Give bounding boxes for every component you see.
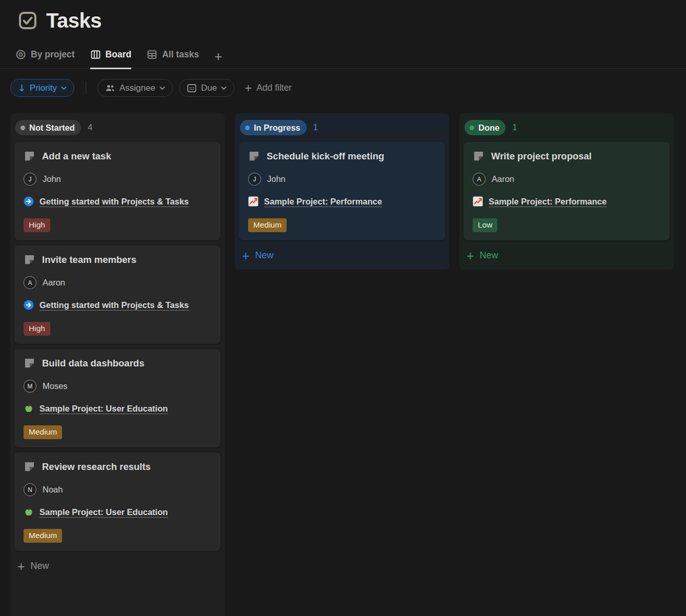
page-title: Tasks: [46, 8, 102, 33]
add-view-button[interactable]: +: [214, 51, 222, 69]
filter-due-button[interactable]: Due: [179, 79, 234, 97]
task-title: Invite team members: [42, 254, 136, 265]
sort-priority-button[interactable]: ↓ Priority: [10, 79, 74, 97]
tab-all-tasks[interactable]: All tasks: [147, 49, 199, 69]
priority-tag: Medium: [24, 529, 62, 543]
chart-increasing-icon: [248, 196, 258, 207]
status-label: Done: [478, 123, 499, 133]
avatar: J: [24, 173, 36, 186]
task-title: Schedule kick-off meeting: [267, 151, 384, 162]
task-card[interactable]: Build data dashboards M Moses Sample Pro…: [14, 349, 220, 447]
project-property: Sample Project: User Education: [24, 507, 211, 517]
project-link[interactable]: Sample Project: Performance: [264, 197, 382, 207]
project-link[interactable]: Getting started with Projects & Tasks: [39, 300, 189, 310]
status-label: Not Started: [29, 123, 75, 133]
project-property: Sample Project: Performance: [473, 196, 660, 207]
project-property: Sample Project: Performance: [248, 196, 436, 207]
assignee-name: Aaron: [492, 174, 514, 184]
tab-label: All tasks: [162, 49, 199, 60]
new-card-button[interactable]: + New: [239, 245, 445, 265]
avatar: M: [24, 380, 36, 393]
project-link[interactable]: Sample Project: User Education: [39, 404, 168, 414]
new-card-label: New: [255, 250, 274, 261]
page-icon: [473, 150, 485, 162]
status-dot-icon: [245, 126, 250, 130]
tab-label: Board: [106, 49, 132, 60]
assignee-property: A Aaron: [473, 173, 660, 186]
page-icon: [248, 150, 260, 162]
project-link[interactable]: Sample Project: User Education: [39, 507, 168, 517]
chevron-down-icon: [221, 86, 227, 90]
project-link[interactable]: Getting started with Projects & Tasks: [39, 197, 189, 207]
page-header: Tasks: [0, 0, 686, 33]
priority-tag: High: [24, 322, 50, 336]
checkbox-page-icon: [17, 10, 38, 31]
avatar: A: [473, 173, 486, 186]
plus-icon: +: [214, 51, 222, 61]
priority-tag: Low: [473, 218, 497, 232]
tab-by-project[interactable]: By project: [15, 49, 75, 69]
page-icon: [24, 150, 35, 162]
avatar: N: [24, 483, 36, 496]
plus-icon: +: [242, 251, 250, 261]
filter-label: Due: [201, 83, 217, 93]
chevron-down-icon: [159, 86, 165, 90]
chevron-down-icon: [61, 86, 67, 90]
assignee-name: Aaron: [43, 278, 65, 288]
task-title: Build data dashboards: [42, 358, 144, 369]
add-filter-label: Add filter: [256, 83, 292, 93]
assignee-name: John: [43, 174, 61, 184]
assignee-property: J John: [24, 173, 211, 186]
green-apple-icon: [24, 507, 34, 517]
avatar: J: [248, 173, 261, 186]
new-card-label: New: [31, 561, 49, 571]
add-filter-button[interactable]: + Add filter: [245, 83, 292, 93]
status-pill-in-progress[interactable]: In Progress: [240, 120, 307, 135]
column-not-started: Not Started 4 Add a new task J John Gett…: [10, 113, 225, 616]
project-link[interactable]: Sample Project: Performance: [489, 197, 607, 207]
assignee-property: N Noah: [24, 483, 211, 496]
arrow-circle-icon: [24, 300, 34, 310]
new-card-label: New: [480, 250, 498, 261]
new-card-button[interactable]: + New: [463, 245, 670, 265]
new-card-button[interactable]: + New: [14, 556, 220, 576]
column-count: 1: [313, 122, 318, 133]
people-icon: [105, 83, 115, 93]
priority-tag: Medium: [24, 425, 62, 439]
priority-tag: Medium: [248, 218, 287, 232]
status-pill-done[interactable]: Done: [465, 120, 506, 135]
priority-tag: High: [24, 218, 50, 232]
column-done: Done 1 Write project proposal A Aaron Sa…: [459, 113, 674, 270]
assignee-name: Moses: [43, 381, 68, 391]
page-icon: [24, 254, 35, 265]
calendar-icon: [187, 83, 197, 93]
project-property: Sample Project: User Education: [24, 403, 211, 414]
assignee-property: J John: [248, 173, 436, 186]
task-card[interactable]: Add a new task J John Getting started wi…: [14, 142, 220, 240]
filter-assignee-button[interactable]: Assignee: [97, 79, 173, 97]
tab-board[interactable]: Board: [90, 49, 132, 69]
status-pill-not-started[interactable]: Not Started: [15, 120, 81, 135]
column-count: 1: [512, 122, 517, 133]
page-icon: [24, 461, 35, 473]
task-title: Write project proposal: [491, 151, 592, 162]
status-dot-icon: [470, 126, 474, 130]
tab-label: By project: [31, 49, 75, 60]
target-icon: [15, 49, 26, 60]
task-title: Add a new task: [42, 151, 111, 162]
avatar: A: [24, 276, 36, 289]
filter-label: Assignee: [119, 83, 155, 93]
view-tabs: By project Board All tasks +: [0, 49, 686, 69]
project-property: Getting started with Projects & Tasks: [24, 300, 211, 310]
plus-icon: +: [245, 83, 252, 93]
green-apple-icon: [24, 403, 34, 414]
task-card[interactable]: Write project proposal A Aaron Sample Pr…: [463, 142, 670, 240]
status-dot-icon: [21, 126, 25, 130]
task-card[interactable]: Invite team members A Aaron Getting star…: [14, 245, 220, 344]
column-header: Not Started 4: [14, 117, 220, 142]
divider: [86, 81, 86, 95]
task-card[interactable]: Review research results N Noah Sample Pr…: [14, 453, 220, 551]
task-title: Review research results: [42, 461, 151, 473]
column-in-progress: In Progress 1 Schedule kick-off meeting …: [235, 113, 449, 270]
task-card[interactable]: Schedule kick-off meeting J John Sample …: [239, 142, 445, 240]
